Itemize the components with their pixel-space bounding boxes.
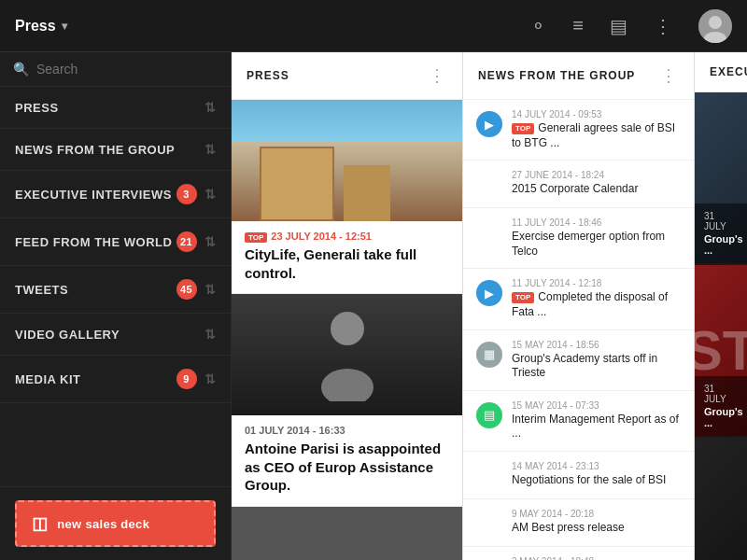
- sort-icon-tweets[interactable]: ⇅: [204, 282, 217, 297]
- sidebar-item-video-gallery[interactable]: VIDEO GALLERY ⇅: [0, 314, 231, 356]
- news-item[interactable]: 2 MAY 2014 - 18:48 TOPFitch upgrades Gen…: [463, 547, 694, 560]
- news-date: 11 JULY 2014 - 18:46: [512, 217, 681, 228]
- press-col-title: PRESS: [247, 69, 429, 82]
- news-date: 27 JUNE 2014 - 18:24: [512, 170, 681, 180]
- exec-column: EXECUTI... 31 JULY Group's ... ST 31 JUL…: [695, 52, 747, 560]
- news-item[interactable]: ▦ 15 MAY 2014 - 18:56 Group's Academy st…: [463, 330, 694, 391]
- press-articles: TOP23 JULY 2014 - 12:51 CityLife, Genera…: [232, 100, 462, 560]
- article-date: TOP23 JULY 2014 - 12:51: [232, 221, 462, 244]
- news-date: 15 MAY 2014 - 07:33: [512, 400, 681, 411]
- profile-icon[interactable]: ⚬: [530, 15, 546, 37]
- news-content: 14 MAY 2014 - 23:13 Negotiations for the…: [512, 461, 681, 488]
- sort-icon-executive-interviews[interactable]: ⇅: [204, 187, 217, 202]
- exec-overlay: 31 JULY Group's ...: [695, 376, 747, 436]
- badge-media-kit: 9: [176, 369, 197, 389]
- avatar[interactable]: [698, 9, 732, 43]
- news-date: 11 JULY 2014 - 12:18: [512, 278, 681, 288]
- sidebar-item-tweets[interactable]: TWEETS 45 ⇅: [0, 266, 231, 314]
- sidebar-item-label: NEWS FROM THE GROUP: [15, 143, 204, 157]
- svg-point-4: [321, 369, 374, 401]
- press-article[interactable]: TOP23 JULY 2014 - 12:51 CityLife, Genera…: [232, 100, 462, 294]
- news-icon: [476, 172, 502, 198]
- news-content: 11 JULY 2014 - 18:46 Exercise demerger o…: [512, 217, 681, 259]
- topbar: Press ▾ ⚬ ≡ ▤ ⋮: [0, 0, 747, 52]
- logo-text: Press: [15, 18, 56, 35]
- sidebar-item-label: EXECUTIVE INTERVIEWS: [15, 188, 176, 202]
- sidebar: 🔍 PRESS ⇅ NEWS FROM THE GROUP ⇅ EXECUTIV…: [0, 52, 232, 560]
- sidebar-item-label: VIDEO GALLERY: [15, 328, 204, 342]
- exec-article[interactable]: 31 JULY Group's ...: [695, 92, 747, 265]
- news-icon: ▶: [476, 280, 502, 306]
- news-icon: ▶: [476, 111, 502, 137]
- news-title: TOPGenerali agrees sale of BSI to BTG ..…: [512, 121, 681, 150]
- search-icon: 🔍: [13, 62, 29, 77]
- more-options-icon[interactable]: ⋮: [654, 15, 672, 37]
- article-headline: CityLife, Generali take full control.: [232, 244, 462, 293]
- sidebar-item-label: FEED FROM THE WORLD: [15, 235, 176, 249]
- news-date: 9 MAY 2014 - 20:18: [512, 509, 681, 519]
- news-date: 15 MAY 2014 - 18:56: [512, 340, 681, 350]
- press-article[interactable]: [232, 507, 462, 561]
- sidebar-item-label: PRESS: [15, 101, 204, 115]
- menu-icon[interactable]: ≡: [572, 15, 584, 36]
- topbar-actions: ⚬ ≡ ▤ ⋮: [530, 9, 732, 43]
- sort-icon-press[interactable]: ⇅: [204, 100, 217, 115]
- news-item[interactable]: 27 JUNE 2014 - 18:24 2015 Corporate Cale…: [463, 161, 694, 208]
- exec-article[interactable]: ST 31 JULY Group's ...: [695, 265, 747, 438]
- search-input[interactable]: [36, 62, 218, 77]
- search-box: 🔍: [0, 52, 231, 87]
- content-area: PRESS ⋮ TOP23 JULY 2014 - 12:51 CityLife…: [232, 52, 747, 560]
- press-article[interactable]: 01 JULY 2014 - 16:33 Antoine Parisi is a…: [232, 294, 462, 507]
- news-content: 15 MAY 2014 - 18:56 Group's Academy star…: [512, 340, 681, 381]
- exec-big-text: ST: [695, 318, 747, 383]
- news-col-title: NEWS FROM THE GROUP: [478, 69, 660, 82]
- news-items: ▶ 14 JULY 2014 - 09:53 TOPGenerali agree…: [463, 100, 694, 560]
- news-title: Negotiations for the sale of BSI: [512, 473, 681, 488]
- sort-icon-news-from-group[interactable]: ⇅: [204, 142, 217, 157]
- news-item[interactable]: 9 MAY 2014 - 20:18 AM Best press release: [463, 499, 694, 547]
- sort-icon-feed-from-world[interactable]: ⇅: [204, 234, 217, 249]
- news-date: 2 MAY 2014 - 18:48: [512, 556, 681, 560]
- sidebar-item-executive-interviews[interactable]: EXECUTIVE INTERVIEWS 3 ⇅: [0, 171, 231, 218]
- sort-icon-media-kit[interactable]: ⇅: [204, 371, 217, 386]
- exec-article[interactable]: [695, 438, 747, 560]
- sidebar-item-feed-from-world[interactable]: FEED FROM THE WORLD 21 ⇅: [0, 218, 231, 266]
- folder-icon[interactable]: ▤: [610, 15, 627, 37]
- badge-tweets: 45: [176, 279, 197, 300]
- new-sales-deck-button[interactable]: ◫ new sales deck: [15, 500, 216, 547]
- news-icon: [476, 219, 502, 245]
- sidebar-item-news-from-group[interactable]: NEWS FROM THE GROUP ⇅: [0, 129, 231, 171]
- sidebar-item-label: MEDIA KIT: [15, 372, 176, 386]
- news-item[interactable]: ▤ 15 MAY 2014 - 07:33 Interim Management…: [463, 391, 694, 452]
- app-logo[interactable]: Press ▾: [15, 18, 67, 35]
- press-col-header: PRESS ⋮: [232, 52, 462, 100]
- nav-items: PRESS ⇅ NEWS FROM THE GROUP ⇅ EXECUTIVE …: [0, 87, 231, 486]
- news-item[interactable]: 11 JULY 2014 - 18:46 Exercise demerger o…: [463, 208, 694, 269]
- news-item[interactable]: ▶ 11 JULY 2014 - 12:18 TOPCompleted the …: [463, 269, 694, 329]
- news-col-header: NEWS FROM THE GROUP ⋮: [463, 52, 694, 100]
- press-column: PRESS ⋮ TOP23 JULY 2014 - 12:51 CityLife…: [232, 52, 463, 560]
- sort-icon-video-gallery[interactable]: ⇅: [204, 327, 217, 342]
- top-badge: TOP: [512, 123, 534, 134]
- exec-title: Group's ...: [704, 233, 738, 256]
- exec-col-header: EXECUTI...: [695, 52, 747, 92]
- sidebar-footer: ◫ new sales deck: [0, 486, 231, 560]
- news-icon: [476, 511, 502, 537]
- press-more-icon[interactable]: ⋮: [429, 65, 447, 86]
- news-title: Exercise demerger option from Telco: [512, 230, 681, 259]
- main-layout: 🔍 PRESS ⇅ NEWS FROM THE GROUP ⇅ EXECUTIV…: [0, 52, 747, 560]
- news-item[interactable]: ▶ 14 JULY 2014 - 09:53 TOPGenerali agree…: [463, 100, 694, 161]
- news-icon: [476, 463, 502, 489]
- sidebar-item-press[interactable]: PRESS ⇅: [0, 87, 231, 129]
- top-badge: TOP: [512, 292, 534, 303]
- news-more-icon[interactable]: ⋮: [660, 65, 679, 86]
- news-content: 27 JUNE 2014 - 18:24 2015 Corporate Cale…: [512, 170, 681, 197]
- sidebar-item-media-kit[interactable]: MEDIA KIT 9 ⇅: [0, 356, 231, 403]
- badge-executive-interviews: 3: [176, 184, 197, 204]
- news-item[interactable]: 14 MAY 2014 - 23:13 Negotiations for the…: [463, 452, 694, 499]
- news-title: AM Best press release: [512, 521, 681, 536]
- news-icon: ▤: [476, 402, 502, 428]
- exec-date: 31 JULY: [704, 211, 738, 231]
- news-column: NEWS FROM THE GROUP ⋮ ▶ 14 JULY 2014 - 0…: [463, 52, 695, 560]
- badge-feed-from-world: 21: [176, 231, 197, 252]
